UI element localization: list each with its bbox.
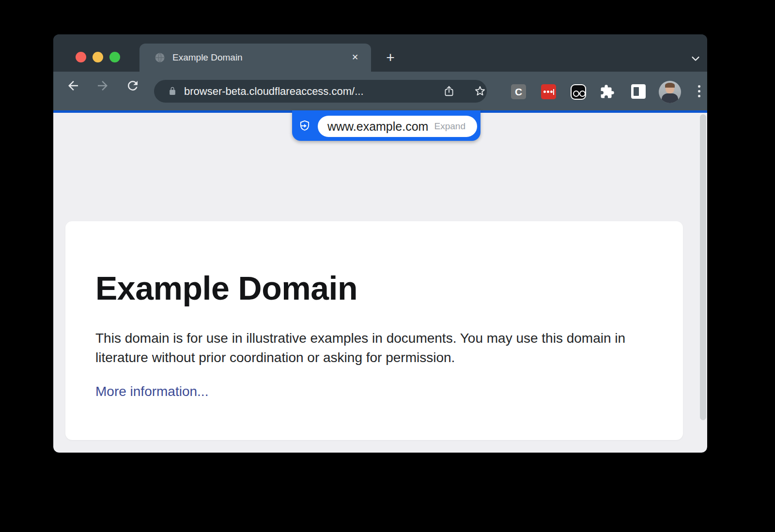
content-card: Example Domain This domain is for use in… [65,221,683,440]
vertical-scrollbar-thumb[interactable] [700,114,706,420]
page-viewport: Example Domain This domain is for use in… [53,113,707,453]
circle-icon [573,91,579,97]
toolbar: browser-beta.cloudflareaccess.com/... C [53,72,707,110]
active-browser-tab[interactable]: Example Domain ✕ [140,44,371,72]
tab-bar: Example Domain ✕ + [53,34,707,72]
avatar-torso [662,93,678,103]
back-button[interactable] [66,78,80,93]
globe-favicon-icon [154,52,166,63]
shield-arrow-icon [298,120,311,132]
bookmark-star-icon[interactable] [474,85,486,97]
more-information-link[interactable]: More information... [95,384,208,399]
extension-c-button[interactable]: C [511,84,526,99]
circle-icon [579,91,586,97]
expand-button[interactable]: Expand [434,116,465,137]
traffic-light-zoom-button[interactable] [109,52,120,62]
extension-lastpass-button[interactable] [541,84,556,99]
traffic-light-minimize-button[interactable] [93,52,103,62]
page-heading: Example Domain [95,272,357,304]
tab-close-button[interactable]: ✕ [349,51,361,64]
traffic-light-close-button[interactable] [76,52,86,62]
tab-title: Example Domain [172,44,243,72]
tab-overflow-chevron-button[interactable] [689,52,702,65]
isolation-url-pill: www.example.com Expand [292,110,480,141]
reload-button[interactable] [125,78,140,93]
extensions-puzzle-button[interactable] [600,84,615,99]
avatar-hair [665,83,675,88]
lock-icon[interactable] [168,86,177,96]
address-bar[interactable]: browser-beta.cloudflareaccess.com/... [154,80,487,103]
extension-dark-circles-button[interactable] [571,84,586,100]
browser-menu-kebab-button[interactable] [697,83,701,100]
url-text: browser-beta.cloudflareaccess.com/... [184,80,364,103]
side-panel-icon [634,87,639,96]
side-panel-button[interactable] [631,84,646,99]
forward-button[interactable] [95,78,110,93]
share-icon[interactable] [443,85,455,97]
lastpass-dots-icon [543,91,554,93]
isolation-hostname-pill: www.example.com Expand [318,116,477,137]
isolation-hostname: www.example.com [327,116,428,137]
page-paragraph: This domain is for use in illustrative e… [95,329,662,367]
browser-window: Example Domain ✕ + [53,34,707,453]
profile-avatar-button[interactable] [659,81,681,103]
new-tab-button[interactable]: + [383,51,398,65]
